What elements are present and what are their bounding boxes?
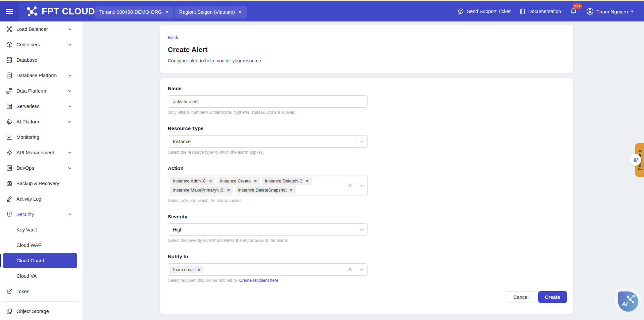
tag-label: instance:MakePrimaryNIC — [173, 188, 224, 193]
sidebar-item-label: DevOps — [16, 165, 34, 171]
chevron-down-icon — [68, 89, 72, 93]
sidebar-item-object-storage[interactable]: Object Storage — [0, 304, 83, 319]
resource-type-value: Instance — [170, 139, 191, 144]
sidebar-item-data-platform[interactable]: Data Platform — [0, 83, 83, 99]
tag-remove-icon[interactable]: ✕ — [209, 179, 212, 183]
sidebar-item-security[interactable]: Security — [0, 207, 83, 222]
send-support-ticket-link[interactable]: Send Support Ticket — [457, 8, 511, 15]
chevron-down-icon — [68, 43, 72, 47]
sidebar: Load BalancerContainersDatabaseDatabase … — [0, 21, 83, 320]
security-icon — [6, 211, 13, 218]
chevron-down-icon: ▼ — [165, 10, 169, 14]
database-icon — [6, 72, 13, 79]
tag-remove-icon[interactable]: ✕ — [254, 179, 257, 183]
page-title: Create Alert — [168, 46, 565, 54]
user-avatar-icon — [586, 7, 594, 15]
sidebar-item-label: API Management — [16, 150, 54, 155]
cancel-button[interactable]: Cancel — [507, 291, 535, 303]
sidebar-item-cloud-va[interactable]: Cloud VA — [0, 268, 83, 284]
hamburger-icon — [6, 7, 13, 15]
back-link[interactable]: Back — [168, 35, 178, 40]
sidebar-item-token[interactable]: Token — [0, 284, 83, 299]
support-chat-icon — [457, 8, 464, 15]
chevron-down-icon — [356, 183, 367, 188]
droplet-icon — [632, 156, 639, 164]
tag-remove-icon[interactable]: ✕ — [198, 267, 201, 272]
sidebar-divider — [3, 301, 79, 302]
sidebar-item-load-balancer[interactable]: Load Balancer — [0, 21, 83, 37]
topbar: FPT CLOUD Tenant: 000488-DEMO-ORG ▼ Regi… — [0, 1, 644, 21]
devops-icon — [6, 165, 13, 171]
chevron-down-icon — [356, 227, 367, 232]
sidebar-item-label: Object Storage — [16, 309, 49, 314]
sidebar-item-database[interactable]: Database — [0, 52, 83, 68]
action-tags: instance:AddNIC✕instance:Create✕instance… — [170, 175, 318, 196]
user-menu[interactable]: Tham Nguyen ▼ — [586, 7, 634, 15]
database-icon — [6, 57, 13, 63]
resource-type-section: Resource Type Instance Select the resour… — [168, 125, 567, 155]
chevron-down-icon — [68, 120, 72, 124]
sidebar-item-database-platform[interactable]: Database Platform — [0, 68, 83, 83]
hamburger-menu-button[interactable] — [0, 1, 19, 21]
sidebar-item-label: Security — [16, 212, 34, 217]
severity-select[interactable]: High — [168, 223, 368, 236]
severity-section: Severity High Select the severity level … — [168, 214, 567, 244]
sidebar-item-backup-recovery[interactable]: Backup & Recovery — [0, 176, 83, 191]
sidebar-item-label: Data Platform — [16, 88, 46, 94]
sidebar-item-cloud-guard[interactable]: Cloud Guard — [3, 253, 77, 268]
action-section: Action instance:AddNIC✕instance:Create✕i… — [168, 165, 567, 204]
tenant-selector[interactable]: Tenant: 000488-DEMO-ORG ▼ — [95, 6, 174, 18]
chevron-down-icon — [68, 151, 72, 155]
action-multiselect[interactable]: instance:AddNIC✕instance:Create✕instance… — [168, 175, 368, 196]
sidebar-item-label: Containers — [16, 42, 40, 47]
sidebar-item-monitoring[interactable]: Monitoring — [0, 129, 83, 145]
sidebar-item-api-management[interactable]: API Management — [0, 145, 83, 160]
region-selector[interactable]: Region: Saigon (Vietnam) ▼ — [175, 6, 247, 18]
support-label: Send Support Ticket — [467, 9, 511, 14]
ai-assistant-button[interactable]: AI — [618, 291, 638, 312]
form-buttons: Cancel Create — [168, 291, 567, 303]
token-icon — [6, 288, 13, 295]
resource-type-label: Resource Type — [168, 125, 567, 132]
tag-remove-icon[interactable]: ✕ — [306, 179, 309, 183]
sidebar-item-label: AI Platform — [16, 119, 41, 124]
selected-option-tag: tham email✕ — [170, 266, 204, 273]
sidebar-item-cloud-waf[interactable]: Cloud WAF — [0, 237, 83, 253]
feedback-tab[interactable]: Feedback — [635, 143, 644, 177]
object-storage-icon — [6, 308, 13, 315]
tag-label: instance:Create — [220, 178, 251, 183]
sidebar-item-key-vault[interactable]: Key Vault — [0, 222, 83, 237]
sidebar-item-devops[interactable]: DevOps — [0, 160, 83, 176]
sidebar-item-serverless[interactable]: Serverless — [0, 99, 83, 114]
sidebar-item-label: Token — [16, 289, 30, 294]
notify-tags: tham email✕ — [170, 264, 318, 275]
fpt-cloud-logo[interactable]: FPT CLOUD — [26, 1, 95, 21]
backup-icon — [6, 180, 13, 187]
clear-selection-icon[interactable]: ✕ — [344, 182, 356, 189]
selected-option-tag: instance:DeleteSnapshot✕ — [235, 186, 296, 194]
name-helper: Only letters, numbers, underscore, hyphe… — [168, 110, 567, 115]
notifications-button[interactable]: 99+ — [570, 7, 577, 16]
logo-text: FPT CLOUD — [42, 6, 95, 17]
notify-to-helper: Select recipient that will be notified t… — [168, 278, 567, 283]
create-recipient-link[interactable]: Create recipient here — [239, 278, 279, 283]
sidebar-item-label: Serverless — [16, 104, 40, 109]
chevron-down-icon — [356, 267, 367, 272]
sidebar-item-containers[interactable]: Containers — [0, 37, 83, 52]
chevron-down-icon: ▼ — [630, 10, 634, 13]
sidebar-item-activity-log[interactable]: Activity Log — [0, 191, 83, 207]
documentation-link[interactable]: Documentation — [519, 8, 561, 15]
clear-selection-icon[interactable]: ✕ — [344, 266, 356, 273]
sidebar-item-ai-platform[interactable]: AI Platform — [0, 114, 83, 129]
notify-to-multiselect[interactable]: tham email✕ ✕ — [168, 263, 368, 276]
tag-remove-icon[interactable]: ✕ — [227, 188, 230, 193]
name-input[interactable] — [168, 95, 368, 108]
create-button[interactable]: Create — [538, 291, 567, 303]
tag-remove-icon[interactable]: ✕ — [290, 188, 293, 193]
browser-top-strip — [0, 0, 644, 1]
sidebar-item-label: Cloud VA — [16, 273, 37, 279]
tag-label: instance:AddNIC — [173, 178, 206, 183]
notification-badge: 99+ — [573, 3, 583, 9]
create-alert-form-card: Name Only letters, numbers, underscore, … — [160, 78, 573, 314]
resource-type-select[interactable]: Instance — [168, 135, 368, 148]
